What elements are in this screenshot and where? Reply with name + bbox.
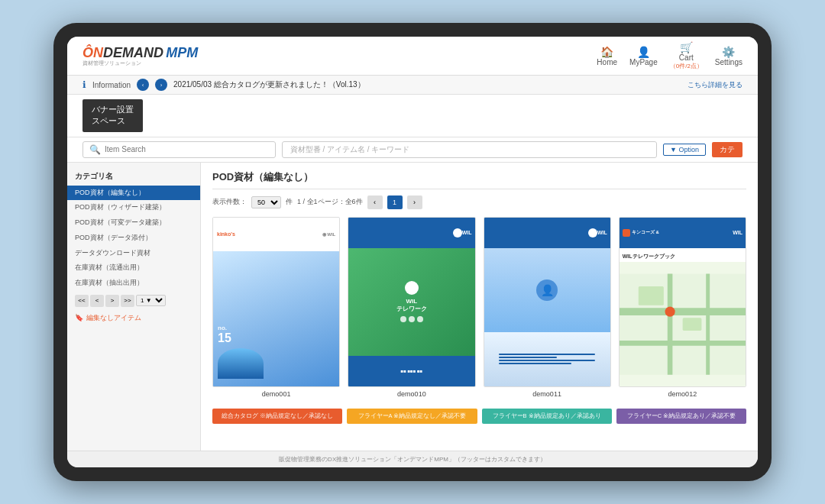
item-card-demo001[interactable]: kinko's ◉ WIL no. 15: [212, 217, 340, 398]
page-current: 1: [387, 195, 403, 209]
page-prev-button[interactable]: ‹: [367, 195, 383, 209]
logo: ÔNDEMAND MPM 資材管理ソリューション: [82, 45, 198, 67]
search-icon: 🔍: [89, 144, 101, 155]
tablet-frame: ÔNDEMAND MPM 資材管理ソリューション 🏠 Home 👤 MyPage…: [53, 23, 772, 481]
search-keyword-field[interactable]: 資材型番 / アイテム名 / キーワード: [282, 141, 657, 158]
wil-circle: [405, 281, 419, 295]
editing-icon: 🔖: [75, 314, 83, 321]
sidebar-item-stock-out[interactable]: 在庫資材（抽出出用）: [67, 276, 200, 291]
line3: [499, 360, 595, 361]
item-card-demo011[interactable]: WIL 👤: [484, 217, 611, 398]
nav-settings[interactable]: ⚙️ Settings: [715, 46, 742, 66]
search-area: 🔍 資材型番 / アイテム名 / キーワード ▼ Option カテ: [67, 137, 758, 163]
item-thumb-demo011: WIL 👤: [484, 217, 611, 387]
thumb-bp-header: WIL: [484, 218, 610, 248]
sidebar-item-stock-in[interactable]: 在庫資材（流通出用）: [67, 260, 200, 276]
kinko-subtitle: ◉ WIL: [322, 231, 336, 237]
info-message: 2021/05/03 総合カタログが更新されました！（Vol.13）: [173, 79, 681, 90]
editing-badge: 🔖 編集なしアイテム: [67, 311, 200, 325]
nav-home-label: Home: [597, 58, 617, 66]
bp-logo-circle: [588, 228, 597, 237]
sidebar-page-next[interactable]: >: [105, 295, 119, 307]
page-next-button[interactable]: ›: [407, 195, 422, 209]
thumb-kinko-body: no. 15: [213, 251, 339, 386]
thumb-map-header: キンコーズ & WIL: [620, 218, 746, 248]
gear-icon: ⚙️: [722, 46, 735, 58]
tablet-screen: ÔNDEMAND MPM 資材管理ソリューション 🏠 Home 👤 MyPage…: [67, 37, 758, 467]
sidebar-item-pod-noedit[interactable]: POD資材（編集なし）: [67, 186, 200, 201]
tag-btn-flyer-c[interactable]: フライヤーC ※納品規定あり／承認不要: [616, 409, 746, 424]
nav-mypage[interactable]: 👤 MyPage: [629, 46, 658, 66]
cart-icon: 🛒: [680, 41, 693, 53]
main-content: カテゴリ名 POD資材（編集なし） POD資材（ウィザード建築） POD資材（可…: [67, 163, 758, 451]
tag-btn-catalog[interactable]: 総合カタログ ※納品規定なし／承認なし: [212, 409, 342, 424]
item-card-demo012[interactable]: キンコーズ & WIL WILテレワークブック: [619, 217, 746, 398]
logo-container: ÔNDEMAND MPM 資材管理ソリューション: [82, 45, 198, 67]
nav-mypage-label: MyPage: [629, 58, 658, 66]
wil-logo-text: WIL: [462, 230, 472, 235]
map-title-text: キンコーズ &: [632, 229, 659, 236]
per-page-label: 表示件数：: [212, 197, 247, 207]
info-next-button[interactable]: ›: [155, 79, 167, 91]
thumb-wil-header: WIL: [348, 218, 474, 248]
home-icon: 🏠: [600, 46, 613, 58]
thumb-wil-green: WIL WILテレワーク: [348, 218, 474, 386]
sidebar-page-first[interactable]: <<: [75, 295, 89, 307]
footer: 販促物管理業務のDX推進ソリューション「オンデマンドMPM」（フッターはカスタム…: [67, 451, 758, 467]
per-page-select[interactable]: 50: [251, 196, 281, 208]
nav-links: 🏠 Home 👤 MyPage 🛒 Cart （0件/2点） ⚙️ Settin…: [597, 41, 742, 70]
tag-btn-flyer-a[interactable]: フライヤーA ※納品規定なし／承認不要: [347, 409, 477, 424]
nav-cart-sub: （0件/2点）: [670, 62, 703, 70]
sidebar-item-pod-data[interactable]: POD資材（データ添付）: [67, 231, 200, 246]
map-subtitle: WILテレワークブック: [623, 254, 675, 259]
dot3: [417, 316, 423, 322]
search-input[interactable]: [105, 145, 269, 153]
sidebar-page-last[interactable]: >>: [121, 295, 134, 307]
sidebar-page-prev[interactable]: <: [90, 295, 104, 307]
info-prev-button[interactable]: ‹: [137, 79, 149, 91]
sidebar-page-select[interactable]: 1 ▼: [136, 295, 166, 306]
per-page-unit: 件: [286, 197, 293, 207]
search-keyword-placeholder: 資材型番 / アイテム名 / キーワード: [290, 145, 410, 153]
info-label: Information: [92, 81, 131, 89]
line1: [499, 354, 595, 355]
wil-footer: ■■ ■■■ ■■: [348, 356, 474, 386]
search-box[interactable]: 🔍: [82, 141, 276, 158]
nav-settings-label: Settings: [715, 58, 742, 66]
item-thumb-demo010: WIL WILテレワーク: [348, 217, 475, 387]
svg-point-7: [665, 306, 675, 316]
item-card-demo010[interactable]: WIL WILテレワーク: [348, 217, 475, 398]
tag-buttons: 総合カタログ ※納品規定なし／承認なし フライヤーA ※納品規定なし／承認不要 …: [212, 409, 746, 424]
line2: [499, 357, 556, 358]
wil-footer-text: ■■ ■■■ ■■: [401, 369, 423, 373]
kinko-logo: kinko's: [217, 231, 235, 237]
option-button[interactable]: ▼ Option: [663, 144, 706, 156]
sidebar-title: カテゴリ名: [67, 169, 200, 186]
map-header-left: キンコーズ &: [623, 229, 659, 237]
sidebar-item-pod-wizard[interactable]: POD資材（ウィザード建築）: [67, 200, 200, 215]
wil-logo-circle: [453, 228, 462, 237]
logo-sub: 資材管理ソリューション: [82, 60, 198, 67]
sidebar-item-download[interactable]: データダウンロード資材: [67, 246, 200, 261]
footer-text: 販促物管理業務のDX推進ソリューション「オンデマンドMPM」（フッターはカスタム…: [279, 456, 546, 463]
thumb-lines: [499, 354, 595, 364]
bp-person-icon: 👤: [541, 284, 554, 296]
thumb-map-body: [620, 262, 746, 386]
nav-cart[interactable]: 🛒 Cart （0件/2点）: [670, 41, 703, 70]
thumb-bp-body: [484, 332, 610, 386]
thumb-map: キンコーズ & WIL WILテレワークブック: [620, 218, 746, 386]
line4: [499, 363, 571, 364]
items-grid: kinko's ◉ WIL no. 15: [212, 217, 746, 398]
sidebar-item-pod-variable[interactable]: POD資材（可変データ建築）: [67, 215, 200, 231]
category-button[interactable]: カテ: [712, 142, 742, 157]
wil-body-text: WILテレワーク: [396, 298, 427, 313]
banner-line1: バナー設置: [92, 105, 134, 114]
logo-mpm: MPM: [166, 45, 198, 60]
info-more-link[interactable]: こちら詳細を見る: [688, 80, 742, 90]
nav-home[interactable]: 🏠 Home: [597, 46, 617, 66]
map-subtitle-bar: WILテレワークブック: [620, 248, 746, 262]
tag-btn-flyer-b[interactable]: フライヤーB ※納品規定あり／承認あり: [482, 409, 612, 424]
map-svg: [620, 262, 746, 386]
pagination-info: 1 / 全1ページ：全6件: [297, 197, 363, 207]
pagination-controls: 表示件数： 50 件 1 / 全1ページ：全6件 ‹ 1 ›: [212, 195, 746, 209]
